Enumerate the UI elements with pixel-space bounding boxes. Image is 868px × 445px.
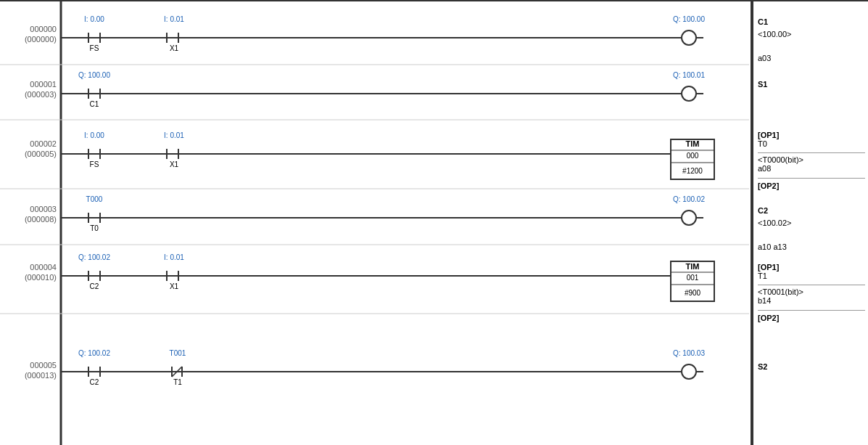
rung2-c1-name: FS — [90, 160, 99, 168]
ann-rung0-line2: a03 — [758, 52, 865, 65]
ann-rung1-title: S1 — [758, 80, 767, 89]
ann-rung2-op1-val: T0 — [758, 139, 767, 148]
ann-rung3-line2: a10 a13 — [758, 241, 865, 253]
rung0-num-bot: (000000) — [25, 35, 57, 44]
ann-rung4-op1-val: T1 — [758, 272, 767, 280]
ann-rung3-line1: <100.02> — [758, 217, 865, 229]
rung1-coil — [682, 86, 696, 101]
ann-rung3: C2 <100.02> a10 a13 — [758, 205, 865, 253]
rung5-c1-label: Q: 100.02 — [78, 349, 110, 357]
ann-rung4-sub-line1: <T0001(bit)> — [758, 287, 803, 296]
ann-rung2-sub: <T0000(bit)> a08 — [758, 155, 865, 173]
rung4-c1-label: Q: 100.02 — [78, 253, 110, 261]
right-panel: C1 <100.00> a03 S1 [OP1] T0 <T0000(bit)>… — [752, 1, 868, 445]
rung5-c2-name: T1 — [173, 378, 182, 386]
ann-rung2-div2 — [758, 178, 865, 179]
rung4-num-bot: (000010) — [25, 273, 57, 282]
ann-rung2-sub-line2: a08 — [758, 164, 771, 173]
rung3-num-bot: (000008) — [25, 215, 57, 224]
rung0-coil — [682, 30, 696, 45]
rung3-coil — [682, 211, 696, 225]
rung4-c1-name: C2 — [90, 282, 99, 290]
rung2-tim-row1: 000 — [687, 152, 699, 160]
rung0-c1-label: I: 0.00 — [84, 15, 104, 23]
rung4-tim-row2: #900 — [685, 289, 701, 297]
ann-rung2-op2-title: [OP2] — [758, 181, 779, 190]
ladder-area: 000000 (000000) I: 0.00 FS I: 0.01 X1 Q:… — [0, 1, 752, 445]
rung1-c1-label: Q: 100.00 — [78, 71, 110, 79]
rung5-c1-name: C2 — [90, 378, 99, 386]
ann-rung2-div1 — [758, 152, 865, 153]
ann-rung0-title: C1 — [758, 17, 768, 26]
rung0-num-top: 000000 — [30, 25, 57, 33]
ann-rung2-sub-line1: <T0000(bit)> — [758, 155, 803, 164]
rung5-num-bot: (000013) — [25, 371, 57, 380]
rung2-c2-name: X1 — [170, 160, 179, 168]
main-container: 000000 (000000) I: 0.00 FS I: 0.01 X1 Q:… — [0, 0, 868, 445]
rung2-c1-label: I: 0.00 — [84, 131, 104, 139]
ann-rung2-op1: [OP1] T0 — [758, 131, 865, 148]
rung4-tim-row1: 001 — [687, 274, 699, 282]
ladder-svg: 000000 (000000) I: 0.00 FS I: 0.01 X1 Q:… — [0, 1, 751, 445]
ann-rung4-div1 — [758, 285, 865, 285]
rung3-c1-name: T0 — [90, 224, 99, 232]
ann-rung4-op2: [OP2] — [758, 314, 865, 322]
ann-rung3-title: C2 — [758, 206, 768, 215]
rung2-tim-row2: #1200 — [682, 167, 703, 175]
ann-rung0: C1 <100.00> a03 — [758, 16, 865, 64]
rung4-c2-label: I: 0.01 — [164, 253, 184, 261]
rung1-c1-name: C1 — [90, 100, 99, 108]
rung0-c2-name: X1 — [170, 44, 179, 52]
rung5-num-top: 000005 — [30, 361, 57, 370]
ann-rung4-sub: <T0001(bit)> b14 — [758, 287, 865, 305]
rung3-coil-label: Q: 100.02 — [673, 195, 705, 203]
ann-rung4-op2-title: [OP2] — [758, 314, 779, 322]
rung2-num-bot: (000005) — [25, 150, 57, 158]
ann-rung0-line1: <100.00> — [758, 28, 865, 41]
rung2-c2-label: I: 0.01 — [164, 131, 184, 139]
ann-rung5: S2 — [758, 361, 865, 373]
rung5-coil — [682, 364, 696, 379]
rung2-tim-header: TIM — [686, 139, 700, 148]
rung5-c2-label: T001 — [170, 349, 186, 357]
rung0-c1-name: FS — [90, 44, 99, 52]
ann-rung2-op1-title: [OP1] — [758, 131, 779, 139]
rung0-coil-label: Q: 100.00 — [673, 15, 705, 23]
ann-rung1: S1 — [758, 78, 865, 91]
rung3-c1-label: T000 — [86, 195, 103, 203]
rung5-coil-label: Q: 100.03 — [673, 349, 705, 357]
rung4-tim-header: TIM — [686, 262, 700, 271]
ann-rung4-op1: [OP1] T1 — [758, 263, 865, 280]
rung1-num-top: 000001 — [30, 80, 57, 89]
rung4-num-top: 000004 — [30, 263, 57, 272]
rung4-c2-name: X1 — [170, 282, 179, 290]
ann-rung5-title: S2 — [758, 362, 767, 371]
ann-rung4-sub-line2: b14 — [758, 296, 771, 305]
ann-rung4-op1-title: [OP1] — [758, 263, 779, 272]
rung3-num-top: 000003 — [30, 205, 57, 213]
ann-rung2-op2: [OP2] — [758, 181, 865, 190]
ann-rung4-div2 — [758, 310, 865, 311]
rung0-c2-label: I: 0.01 — [164, 15, 184, 23]
rung2-num-top: 000002 — [30, 139, 57, 148]
rung1-num-bot: (000003) — [25, 90, 57, 99]
rung1-coil-label: Q: 100.01 — [673, 71, 705, 79]
